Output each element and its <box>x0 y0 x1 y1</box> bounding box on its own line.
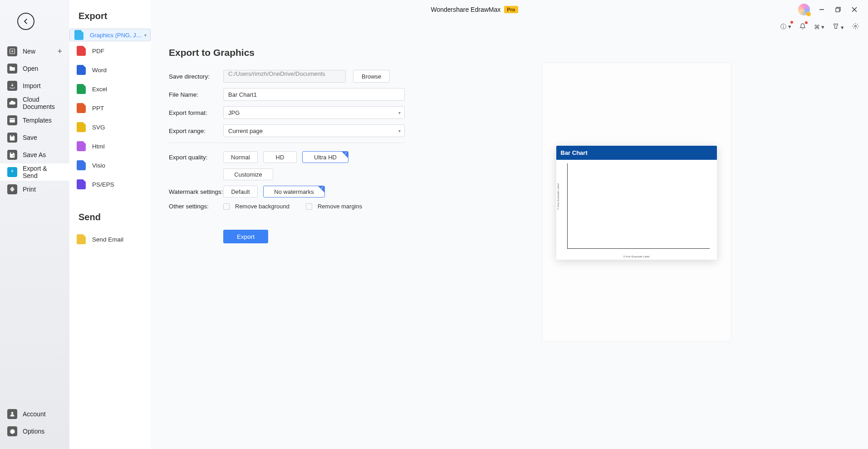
nav-templates[interactable]: Templates <box>0 112 69 129</box>
plus-box-icon <box>7 46 17 56</box>
toolbar-icons: ⓘ ▾ ⌘ ▾ ▾ <box>780 22 860 32</box>
remove-background-checkbox[interactable]: Remove background <box>223 203 289 210</box>
file-name-input[interactable] <box>223 88 405 101</box>
file-icon <box>77 103 86 113</box>
svg-rect-9 <box>11 187 14 188</box>
save-as-icon <box>7 150 17 160</box>
svg-rect-10 <box>11 190 14 192</box>
export-type-pdf[interactable]: PDF <box>69 41 151 60</box>
print-icon <box>7 184 17 194</box>
plus-icon[interactable]: + <box>57 47 62 56</box>
format-select[interactable]: JPG <box>223 106 405 119</box>
minimize-button[interactable] <box>814 3 830 16</box>
file-icon <box>74 30 83 40</box>
folder-icon <box>7 64 17 74</box>
svg-rect-6 <box>11 153 13 154</box>
user-icon <box>7 409 17 419</box>
save-icon <box>7 133 17 143</box>
user-avatar[interactable] <box>798 4 810 15</box>
quality-normal[interactable]: Normal <box>223 151 258 163</box>
cloud-icon <box>7 98 17 108</box>
nav-cloud-documents[interactable]: Cloud Documents <box>0 94 69 112</box>
nav-save-as[interactable]: Save As <box>0 146 69 163</box>
nav-options[interactable]: Options <box>0 423 69 440</box>
chart-title: Bar Chart <box>556 146 717 160</box>
main-content: Wondershare EdrawMax Pro ⓘ ▾ ⌘ ▾ ▾ <box>151 0 868 449</box>
quality-ultra-hd[interactable]: Ultra HD <box>302 151 348 163</box>
svg-rect-5 <box>11 135 13 137</box>
svg-point-11 <box>11 412 14 414</box>
export-type-excel[interactable]: Excel <box>69 79 151 99</box>
export-type-word[interactable]: Word <box>69 60 151 79</box>
nav-save[interactable]: Save <box>0 129 69 146</box>
chart-ylabel: Y Axis Example Label <box>557 183 559 210</box>
back-button[interactable] <box>17 13 34 30</box>
customize-button[interactable]: Customize <box>223 168 273 180</box>
file-name-label: File Name: <box>169 91 223 98</box>
file-icon <box>77 84 86 94</box>
quality-label: Export quality: <box>169 154 223 161</box>
watermark-default[interactable]: Default <box>223 186 258 197</box>
svg-rect-3 <box>10 118 15 122</box>
file-icon <box>77 234 86 244</box>
send-heading: Send <box>69 194 151 230</box>
export-format-panel: Export Graphics (PNG, JPG et...PDFWordEx… <box>69 0 151 449</box>
file-icon <box>77 160 86 170</box>
other-label: Other settings: <box>169 203 223 210</box>
chart-preview: Bar Chart Y Axis Example Label X Axis Ex… <box>556 146 717 260</box>
bell-icon[interactable] <box>799 22 807 32</box>
titlebar: Wondershare EdrawMax Pro <box>151 0 868 19</box>
file-icon <box>77 179 86 189</box>
chart-plot-area <box>567 163 710 249</box>
export-type-visio[interactable]: Visio <box>69 156 151 175</box>
export-icon <box>7 167 17 177</box>
app-title: Wondershare EdrawMax <box>431 6 500 13</box>
help-icon[interactable]: ⓘ ▾ <box>780 22 792 32</box>
format-label: Export format: <box>169 109 223 116</box>
file-icon <box>77 46 86 56</box>
shirt-icon[interactable]: ▾ <box>832 22 845 32</box>
maximize-button[interactable] <box>830 3 846 16</box>
nav-import[interactable]: Import <box>0 77 69 94</box>
export-form: Export to Graphics Save directory: C:/Us… <box>151 0 405 449</box>
svg-point-18 <box>855 25 857 27</box>
nav-print[interactable]: Print <box>0 181 69 198</box>
pro-badge: Pro <box>504 6 518 13</box>
settings-icon[interactable] <box>851 22 860 32</box>
export-type-send-email[interactable]: Send Email <box>69 230 151 249</box>
quality-hd[interactable]: HD <box>263 151 297 163</box>
preview-pane: Bar Chart Y Axis Example Label X Axis Ex… <box>405 0 868 449</box>
export-heading: Export <box>69 11 151 29</box>
export-type-ps-eps[interactable]: PS/EPS <box>69 175 151 194</box>
file-icon <box>77 65 86 75</box>
export-type-ppt[interactable]: PPT <box>69 99 151 118</box>
templates-icon <box>7 115 17 125</box>
save-dir-label: Save directory: <box>169 73 223 80</box>
download-icon <box>7 81 17 91</box>
grid-icon[interactable]: ⌘ ▾ <box>813 23 826 31</box>
browse-button[interactable]: Browse <box>353 70 390 83</box>
remove-margins-checkbox[interactable]: Remove margins <box>306 203 362 210</box>
export-type-svg[interactable]: SVG <box>69 118 151 137</box>
nav-open[interactable]: Open <box>0 60 69 77</box>
export-type-graphics-png-jpg-et-[interactable]: Graphics (PNG, JPG et... <box>69 29 151 41</box>
range-label: Export range: <box>169 128 223 134</box>
nav-account[interactable]: Account <box>0 405 69 423</box>
preview-container: Bar Chart Y Axis Example Label X Axis Ex… <box>542 63 731 341</box>
form-title: Export to Graphics <box>169 47 405 58</box>
nav-export-send[interactable]: Export & Send <box>0 163 69 181</box>
svg-rect-15 <box>836 8 839 12</box>
file-icon <box>77 141 86 151</box>
range-select[interactable]: Current page <box>223 124 405 137</box>
file-icon <box>77 122 86 132</box>
watermark-label: Watermark settings: <box>169 188 223 195</box>
close-button[interactable] <box>846 3 863 16</box>
gear-icon <box>7 426 17 436</box>
export-button[interactable]: Export <box>223 230 268 243</box>
export-type-html[interactable]: Html <box>69 137 151 156</box>
chart-xlabel: X Axis Example Label <box>623 255 649 258</box>
watermark-none[interactable]: No watermarks <box>263 186 325 197</box>
save-dir-input[interactable]: C:/Users/rimzh/OneDrive/Documents <box>223 70 346 83</box>
sidebar: New+OpenImportCloud DocumentsTemplatesSa… <box>0 0 69 449</box>
nav-new[interactable]: New+ <box>0 43 69 60</box>
